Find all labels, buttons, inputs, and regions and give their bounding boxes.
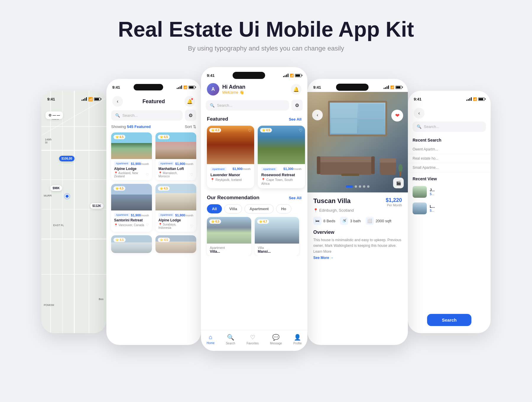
coffee-table [341, 174, 359, 176]
see-more-link[interactable]: See More → [313, 256, 402, 260]
sort-btn[interactable]: Sort ⇅ [185, 124, 196, 129]
rating-badge-4: ⭐ 4.5 [158, 186, 170, 191]
recent-view-price-1: $... [430, 192, 486, 196]
phone-featured-list: 9:41 📶 ‹ Featured 🔔 [106, 79, 201, 345]
rec-info-1: Apartment Villa... [207, 244, 251, 256]
detail-heart-btn[interactable]: ❤ [391, 110, 403, 121]
notification-icon-home: 🔔 [293, 87, 299, 92]
search-box-featured[interactable]: 🔍 Search... [111, 110, 183, 121]
property-card-3[interactable]: ⭐ 4.5 Apartment $1,900/month Santorini R… [111, 184, 152, 232]
rec-info-2: Villa Mansi... [255, 244, 299, 256]
profile-icon: 👤 [294, 334, 301, 341]
feat-heart-1[interactable]: ♡ [248, 128, 252, 133]
nav-profile[interactable]: 👤 Profile [293, 334, 301, 345]
rec-card-1[interactable]: ⭐ 4.5 Apartment Villa... [207, 217, 251, 256]
property-image-4: ⭐ 4.5 [155, 184, 196, 210]
filter-tab-apartment[interactable]: Apartment [244, 204, 274, 213]
prop-price-1: $1,900/month [131, 162, 149, 166]
sort-icon: ⇅ [193, 124, 196, 129]
recent-view-1[interactable]: J... $... [408, 184, 491, 200]
status-time-detail: 9:41 [313, 85, 321, 90]
price-pin-1[interactable]: $106,00 [59, 156, 74, 161]
property-image-6: ⭐ 4.5 [155, 235, 196, 253]
dot-5 [367, 185, 369, 188]
filter-tab-more[interactable]: Ho [276, 204, 291, 213]
search-box-search[interactable]: 🔍 Search... [413, 121, 486, 132]
nav-home[interactable]: ⌂ Home [207, 334, 215, 345]
location-pin-icon: 📍 [313, 208, 318, 213]
feat-heart-2[interactable]: ♡ [299, 128, 303, 133]
notification-dot [191, 98, 193, 100]
filter-btn-home[interactable]: ⚙ [291, 100, 303, 111]
featured-section-header: Featured See All [201, 114, 307, 126]
recent-view-name-1: J... [430, 188, 486, 192]
price-pin-2[interactable]: $98K [50, 185, 62, 191]
recommendation-section-header: Our Recommendation See All [201, 193, 307, 204]
detail-price: $1,220 [386, 197, 402, 203]
featured-see-all[interactable]: See All [289, 117, 301, 121]
phone-search: 9:41 📶 ‹ 🔍 Search... R [408, 91, 491, 333]
nav-search[interactable]: 🔍 Search [226, 334, 235, 345]
featured-card-2[interactable]: ⭐ 4.5 ♡ Apartment $1,300/month Rosewood … [258, 126, 305, 188]
bottom-nav: ⌂ Home 🔍 Search ♡ Favorites 💬 Message 👤 … [201, 330, 307, 351]
recent-search-3[interactable]: Small Apartme... [408, 163, 491, 172]
search-button[interactable]: Search [427, 314, 471, 326]
price-pin-3[interactable]: $112K [90, 203, 103, 209]
filter-btn-featured[interactable]: ⚙ [185, 110, 196, 121]
property-image-5: ⭐ 4.5 [111, 235, 152, 253]
feat-rating-2: ⭐ 4.5 [260, 128, 272, 132]
notification-btn-featured[interactable]: 🔔 [184, 96, 195, 107]
property-grid: ⭐ 4.5 Apartment $1,900/month Alpine Lodg… [106, 132, 201, 232]
search-box-home[interactable]: 🔍 Search... [206, 100, 289, 111]
back-button-featured[interactable]: ‹ [112, 96, 123, 107]
bath-icon: 🚿 [340, 217, 348, 225]
featured-card-1[interactable]: ⭐ 4.3 ♡ Apartment $1,900/month Lavender … [207, 126, 254, 188]
map-grid: CrossIsland 149thSt MURR EAST FL Boo POM… [41, 91, 106, 333]
overview-text: This house is minimalistic and easy to u… [313, 237, 402, 255]
filter-tab-all[interactable]: All [207, 204, 222, 213]
property-card-6[interactable]: ⭐ 4.5 [155, 235, 196, 253]
property-info-2: Apartment $1,900/month Manhattan Loft 📍 … [155, 159, 196, 180]
user-info: A Hi Adnan Welcome 👋 [207, 83, 245, 95]
status-icons-search: 📶 [466, 97, 485, 101]
prop-price-4: $1,900/month [175, 213, 193, 217]
property-info-1: Apartment $1,900/month Alpine Lodge 📍 Au… [111, 159, 152, 180]
property-card-1[interactable]: ⭐ 4.5 Apartment $1,900/month Alpine Lodg… [111, 132, 152, 180]
property-card-5[interactable]: ⭐ 4.5 [111, 235, 152, 253]
recent-search-2[interactable]: Real estate ho... [408, 154, 491, 163]
heart-icon-1[interactable]: ♡ [146, 173, 149, 177]
filter-tab-villa[interactable]: Villa [224, 204, 242, 213]
property-card-2[interactable]: ⭐ 4.5 Apartment $1,900/month Manhattan L… [155, 132, 196, 180]
recent-search-1[interactable]: Owent Apartm... [408, 145, 491, 154]
prop-name-4: Alpine Lodge [158, 218, 193, 222]
rec-rating-1: ⭐ 4.5 [209, 219, 221, 224]
nav-message[interactable]: 💬 Message [270, 334, 282, 345]
detail-back-btn[interactable]: ‹ [312, 110, 323, 120]
prop-name-3: Santorini Retreat [114, 218, 149, 222]
recent-view-2[interactable]: L... $... [408, 200, 491, 217]
recommendation-see-all[interactable]: See All [289, 196, 301, 200]
feat-name-2: Rosewood Retreat [261, 173, 301, 177]
beds-icon: 🛏 [313, 217, 322, 225]
heart-icon-3[interactable]: ♡ [146, 223, 149, 227]
featured-title: Featured [142, 98, 165, 105]
prop-location-1: 📍 Auckland, New Zealand ♡ [114, 171, 149, 178]
stat-bath: 🚿 3 bath [340, 217, 361, 225]
dot-1 [346, 185, 353, 188]
heart-icon-4[interactable]: ♡ [190, 224, 193, 228]
stat-beds: 🛏 8 Beds [313, 217, 335, 225]
virtual-tour-btn[interactable]: 🎬 [393, 178, 404, 188]
recommendation-title: Our Recommendation [207, 195, 259, 201]
rec-card-2[interactable]: ⭐ 4.7 Villa Mansi... [255, 217, 299, 256]
prop-location-2: 📍 Marrakech, Morocco ♡ [158, 171, 193, 178]
back-btn-search[interactable]: ‹ [414, 108, 424, 119]
notification-btn-home[interactable]: 🔔 [291, 84, 301, 95]
property-card-4[interactable]: ⭐ 4.5 Apartment $1,900/month Alpine Lodg… [155, 184, 196, 232]
nav-favorites[interactable]: ♡ Favorites [246, 334, 259, 345]
search-row-search: 🔍 Search... [408, 121, 491, 135]
map-filter-btn[interactable]: ⚙ — — [46, 111, 63, 119]
search-icon-search: 🔍 [417, 124, 421, 129]
heart-icon-2[interactable]: ♡ [190, 173, 193, 177]
featured-card-img-2: ⭐ 4.5 ♡ [258, 126, 305, 164]
status-bar-search: 9:41 📶 [408, 91, 491, 104]
